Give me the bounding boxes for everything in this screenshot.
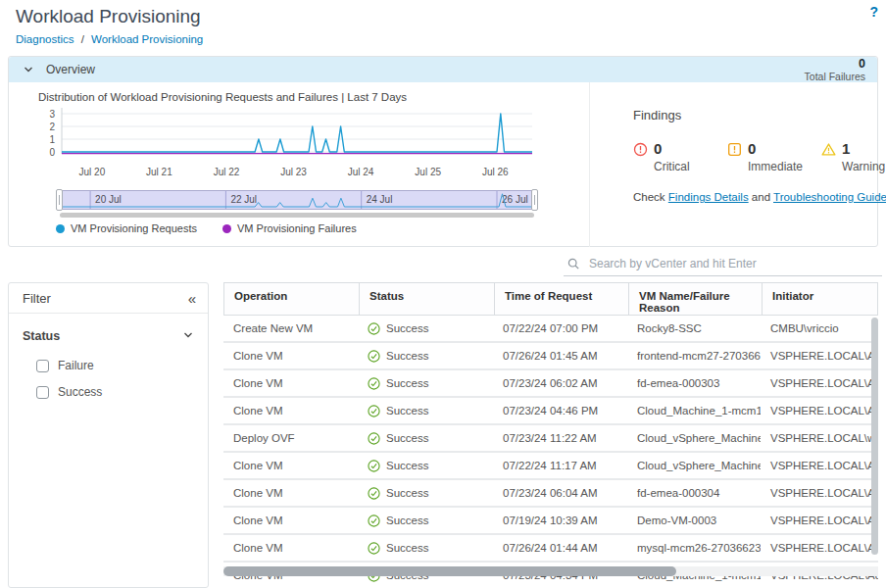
svg-text:0: 0 xyxy=(49,147,55,158)
chart-title: Distribution of Workload Provisioning Re… xyxy=(38,91,407,103)
status-cell: Success xyxy=(358,322,493,335)
table-row[interactable]: Clone VMSuccess07/23/24 06:02 AMfd-emea-… xyxy=(223,370,878,398)
svg-text:Jul 26: Jul 26 xyxy=(482,167,509,177)
overview-panel-header[interactable]: Overview 0 Total Failures xyxy=(9,57,877,82)
initiator-cell: VSPHERE.LOCAL\Admini xyxy=(761,350,878,362)
operation-cell: Clone VM xyxy=(223,405,358,416)
table-row[interactable]: Deploy OVFSuccess07/23/24 11:22 AMCloud_… xyxy=(223,425,878,453)
findings-zone: Findings 0 Critical 0 xyxy=(589,82,877,247)
status-cell: Success xyxy=(358,460,493,472)
operation-cell: Clone VM xyxy=(223,377,358,389)
page-title: Workload Provisioning xyxy=(16,6,201,27)
initiator-cell: VSPHERE.LOCAL\Admini xyxy=(761,460,878,471)
status-cell: Success xyxy=(358,377,493,390)
time-cell: 07/22/24 11:17 AM xyxy=(493,460,627,471)
critical-label: Critical xyxy=(654,160,690,173)
finding-warning: 1 Warning xyxy=(821,141,885,173)
chart-zone: Distribution of Workload Provisioning Re… xyxy=(9,82,589,247)
status-label: Success xyxy=(386,487,428,499)
overview-body: Distribution of Workload Provisioning Re… xyxy=(9,82,877,247)
status-cell: Success xyxy=(358,350,493,363)
operation-cell: Deploy OVF xyxy=(223,432,358,444)
vm-name-cell: Rocky8-SSC xyxy=(627,322,761,334)
findings-title: Findings xyxy=(633,108,681,122)
status-cell: Success xyxy=(358,542,493,555)
vm-name-cell: Cloud_vSphere_Machine_... xyxy=(627,460,761,471)
operation-cell: Create New VM xyxy=(223,322,358,334)
svg-text:Jul 21: Jul 21 xyxy=(146,167,172,177)
help-icon[interactable]: ? xyxy=(869,4,878,20)
warning-label: Warning xyxy=(842,160,885,173)
checkbox[interactable] xyxy=(36,386,49,399)
overview-title: Overview xyxy=(46,63,95,76)
findings-check-line: Check Findings Details and Troubleshooti… xyxy=(633,190,886,204)
success-icon xyxy=(368,350,380,363)
warning-icon xyxy=(821,142,836,173)
check-prefix: Check xyxy=(633,191,665,203)
vm-name-cell: frontend-mcm27-2703662... xyxy=(627,350,761,362)
provisioning-chart: 0123Jul 20Jul 21Jul 22Jul 23Jul 24Jul 25… xyxy=(32,104,542,190)
immediate-count: 0 xyxy=(748,141,803,156)
column-header-status[interactable]: Status xyxy=(359,283,494,315)
filter-option-success[interactable]: Success xyxy=(36,385,208,399)
collapse-panel-icon[interactable]: « xyxy=(188,291,196,306)
success-icon xyxy=(368,460,380,472)
table-horizontal-scrollbar-track[interactable] xyxy=(223,566,878,576)
initiator-cell: VSPHERE.LOCAL\Admini xyxy=(761,487,878,499)
filter-option-label: Failure xyxy=(58,359,94,372)
initiator-cell: VSPHERE.LOCAL\wpxd-e xyxy=(761,432,878,444)
column-header-operation[interactable]: Operation xyxy=(224,283,359,315)
breadcrumb-workload-provisioning[interactable]: Workload Provisioning xyxy=(91,33,203,45)
vm-name-cell: Cloud_Machine_1-mcm19... xyxy=(627,405,761,416)
svg-text:1: 1 xyxy=(49,134,55,145)
legend-dot xyxy=(56,224,65,233)
slider-left-handle[interactable] xyxy=(56,189,63,211)
findings-details-link[interactable]: Findings Details xyxy=(668,191,749,203)
svg-text:20 Jul: 20 Jul xyxy=(95,194,122,205)
column-header-initiator[interactable]: Initiator xyxy=(762,283,877,315)
initiator-cell: VSPHERE.LOCAL\Admini xyxy=(761,514,878,526)
success-icon xyxy=(368,514,380,527)
vm-name-header-label: VM Name/Failure Reason xyxy=(639,290,730,314)
table-row[interactable]: Clone VMSuccess07/26/24 01:44 AMmysql-mc… xyxy=(223,535,878,563)
column-header-vm-name[interactable]: VM Name/Failure Reason xyxy=(628,283,762,315)
slider-right-handle[interactable] xyxy=(531,189,538,211)
table-row[interactable]: Clone VMSuccess07/23/24 04:46 PMCloud_Ma… xyxy=(223,398,878,425)
svg-text:Jul 23: Jul 23 xyxy=(280,167,307,177)
chevron-down-icon xyxy=(23,64,34,75)
troubleshooting-guide-link[interactable]: Troubleshooting Guide xyxy=(773,191,886,203)
breadcrumb-diagnostics[interactable]: Diagnostics xyxy=(16,33,74,45)
column-header-time[interactable]: Time of Request xyxy=(494,283,628,315)
critical-icon xyxy=(633,142,648,173)
svg-text:2: 2 xyxy=(49,122,55,132)
critical-count: 0 xyxy=(654,141,690,156)
svg-text:24 Jul: 24 Jul xyxy=(367,194,393,205)
svg-text:22 Jul: 22 Jul xyxy=(230,194,257,205)
table-body: Create New VMSuccess07/22/24 07:00 PMRoc… xyxy=(223,316,878,588)
svg-text:26 Jul: 26 Jul xyxy=(502,194,528,205)
checkbox[interactable] xyxy=(36,360,49,372)
status-label: Success xyxy=(386,432,428,444)
table-row[interactable]: Create New VMSuccess07/22/24 07:00 PMRoc… xyxy=(223,316,878,343)
table-horizontal-scrollbar-thumb[interactable] xyxy=(223,566,676,576)
table-row[interactable]: Clone VMSuccess07/22/24 11:17 AMCloud_vS… xyxy=(223,453,878,480)
vm-name-cell: fd-emea-000304 xyxy=(627,487,761,499)
table-row[interactable]: Clone VMSuccess07/23/24 06:04 AMfd-emea-… xyxy=(223,480,878,508)
time-range-slider[interactable]: 20 Jul22 Jul24 Jul26 Jul xyxy=(60,190,534,210)
time-cell: 07/23/24 04:46 PM xyxy=(493,405,627,416)
table-row[interactable]: Clone VMSuccess07/19/24 10:39 AMDemo-VM-… xyxy=(223,508,878,535)
filter-section-status[interactable]: Status xyxy=(9,314,208,345)
filter-option-failure[interactable]: Failure xyxy=(36,359,208,372)
total-failures-label: Total Failures xyxy=(805,72,865,82)
check-conjunction: and xyxy=(752,191,770,203)
initiator-cell: VSPHERE.LOCAL\Admini xyxy=(761,405,878,416)
table-row[interactable]: Clone VMSuccess07/26/24 01:45 AMfrontend… xyxy=(223,343,878,370)
slider-scrollbar-track[interactable] xyxy=(60,213,534,218)
legend-item: VM Provisioning Requests xyxy=(56,222,197,234)
status-label: Success xyxy=(386,405,428,416)
legend-label: VM Provisioning Requests xyxy=(71,222,197,234)
search-box xyxy=(564,253,882,276)
search-input[interactable] xyxy=(564,253,882,274)
svg-text:3: 3 xyxy=(49,109,55,120)
table-vertical-scrollbar[interactable] xyxy=(871,318,878,555)
